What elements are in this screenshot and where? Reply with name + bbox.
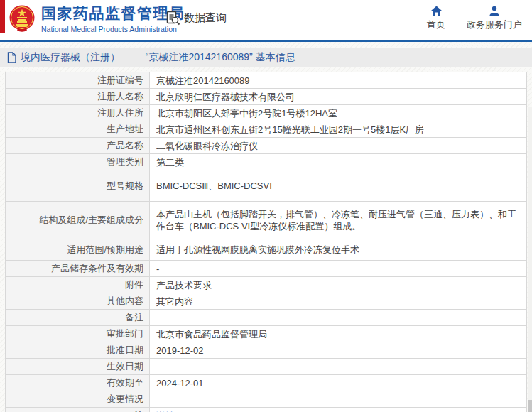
field-value: 第二类 (150, 154, 526, 170)
table-row: 产品储存条件及有效期- (6, 261, 526, 277)
field-value (150, 391, 526, 407)
field-value: 2019-12-02 (150, 342, 526, 358)
field-label: 有效期至 (6, 375, 150, 391)
top-nav: 首页 政务服务门户 (427, 6, 522, 31)
field-label: 备注 (6, 310, 150, 325)
brand[interactable]: 国家药品监督管理局 National Medical Products Admi… (9, 4, 185, 33)
field-value: 北京市通州区科创东五街2号15幢光联工业园2期一号5楼1层K厂房 (150, 121, 526, 137)
table-row: 批准日期2019-12-02 (6, 342, 526, 359)
field-label: 注册人住所 (6, 105, 150, 121)
field-label: 注册人名称 (6, 89, 150, 104)
document-search-icon (165, 11, 180, 26)
table-row: 生产地址北京市通州区科创东五街2号15幢光联工业园2期一号5楼1层K厂房 (6, 121, 526, 138)
field-value: 北京欣明仁医疗器械技术有限公司 (150, 89, 526, 104)
details-link[interactable]: 详情 (156, 410, 175, 412)
breadcrumb: 境内医疗器械（注册） —— “京械注准20142160089” 基本信息 (0, 48, 532, 67)
table-row: 备注 (6, 310, 526, 326)
field-label: 产品储存条件及有效期 (6, 261, 150, 276)
field-label: 适用范围/预期用途 (6, 239, 150, 260)
nav-home[interactable]: 首页 (427, 6, 445, 31)
table-row: 管理类别第二类 (6, 154, 526, 170)
data-query-label: 数据查询 (184, 11, 227, 25)
table-row: 其他内容其它内容 (6, 293, 526, 310)
field-value: 本产品由主机（包括脚踏开关，排气管）、冷冻笔、耐压进气管（三通、压力表）、和工作… (150, 202, 526, 239)
vertical-scrollbar[interactable] (528, 107, 532, 412)
field-label: 附件 (6, 277, 150, 293)
field-value: BMIC-DCSⅢ、BMIC-DCSVI (150, 170, 526, 201)
field-label: 注 (6, 408, 150, 412)
table-row: 型号规格BMIC-DCSⅢ、BMIC-DCSVI (6, 170, 526, 202)
field-value (150, 359, 526, 374)
field-value: 2024-12-01 (150, 375, 526, 391)
home-icon (430, 6, 443, 16)
table-row: 适用范围/预期用途适用于孔源性视网膜脱离实施巩膜外冷冻复位手术 (6, 239, 526, 261)
field-value: 产品技术要求 (150, 277, 526, 293)
field-value: 北京市朝阳区大郊亭中街2号院1号楼12HA室 (150, 105, 526, 121)
field-label: 结构及组成/主要组成成分 (6, 202, 150, 239)
agency-name-cn: 国家药品监督管理局 (41, 4, 185, 23)
table-row: 产品名称二氧化碳眼科冷冻治疗仪 (6, 138, 526, 154)
field-value: 适用于孔源性视网膜脱离实施巩膜外冷冻复位手术 (150, 239, 526, 260)
scrollbar-thumb[interactable] (528, 400, 532, 412)
table-row: 附件产品技术要求 (6, 277, 526, 293)
table-row: 变更情况 (6, 391, 526, 408)
site-header: 国家药品监督管理局 National Medical Products Admi… (0, 0, 532, 40)
table-row: 注册人住所北京市朝阳区大郊亭中街2号院1号楼12HA室 (6, 105, 526, 121)
field-value (150, 310, 526, 325)
nav-gov-portal-label: 政务服务门户 (467, 18, 522, 31)
table-row: 有效期至2024-12-01 (6, 375, 526, 391)
agency-name-en: National Medical Products Administration (41, 25, 185, 33)
field-label: 型号规格 (6, 170, 150, 201)
national-emblem-icon (9, 4, 36, 33)
field-label: 其他内容 (6, 293, 150, 309)
field-value: 详情 (150, 408, 526, 412)
table-row: 生效日期 (6, 359, 526, 375)
field-label: 生产地址 (6, 121, 150, 137)
table-row: 注册证编号京械注准20142160089 (6, 72, 526, 89)
field-label: 生效日期 (6, 359, 150, 374)
field-value: 京械注准20142160089 (150, 72, 526, 88)
field-value: 二氧化碳眼科冷冻治疗仪 (150, 138, 526, 153)
breadcrumb-text: 境内医疗器械（注册） —— “京械注准20142160089” 基本信息 (21, 51, 295, 64)
left-red-accent-bar (0, 0, 5, 33)
user-icon (489, 6, 500, 16)
table-row: 审批部门北京市食品药品监督管理局 (6, 326, 526, 342)
field-label: 注册证编号 (6, 72, 150, 88)
table-row: 注详情 (6, 408, 526, 412)
table-row: 注册人名称北京欣明仁医疗器械技术有限公司 (6, 89, 526, 105)
field-label: 管理类别 (6, 154, 150, 170)
registration-info-table: 注册证编号京械注准20142160089注册人名称北京欣明仁医疗器械技术有限公司… (5, 72, 527, 412)
nav-gov-portal[interactable]: 政务服务门户 (467, 6, 522, 31)
document-icon (7, 52, 16, 63)
nav-home-label: 首页 (427, 18, 445, 31)
page-content: 境内医疗器械（注册） —— “京械注准20142160089” 基本信息 注册证… (0, 42, 532, 412)
field-label: 审批部门 (6, 326, 150, 342)
table-row: 结构及组成/主要组成成分本产品由主机（包括脚踏开关，排气管）、冷冻笔、耐压进气管… (6, 202, 526, 239)
field-value: 北京市食品药品监督管理局 (150, 326, 526, 342)
field-label: 产品名称 (6, 138, 150, 153)
field-label: 变更情况 (6, 391, 150, 407)
field-value: 其它内容 (150, 293, 526, 309)
data-query-section[interactable]: 数据查询 (165, 11, 227, 26)
field-value: - (150, 261, 526, 276)
field-label: 批准日期 (6, 342, 150, 358)
